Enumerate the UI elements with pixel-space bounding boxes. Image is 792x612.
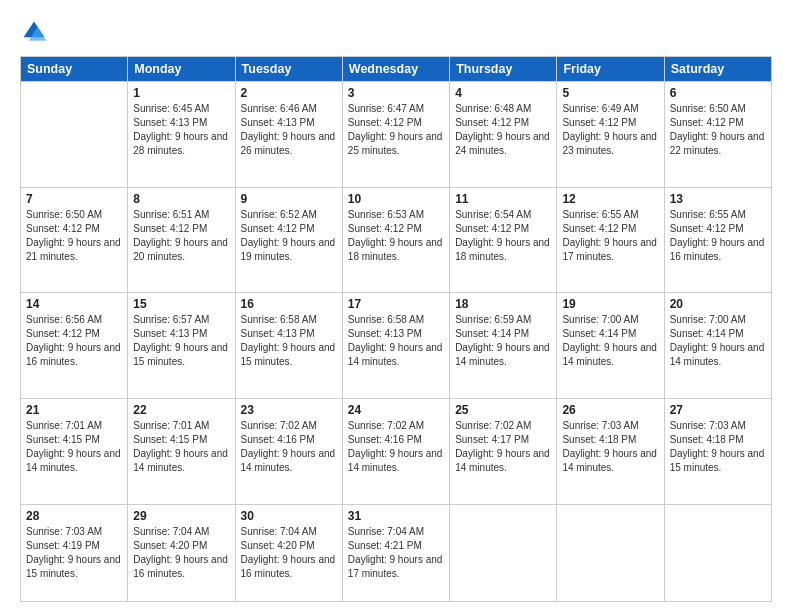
sunset-text: Sunset: 4:18 PM xyxy=(562,434,636,445)
daylight-text: Daylight: 9 hours and 23 minutes. xyxy=(562,131,657,156)
sunset-text: Sunset: 4:12 PM xyxy=(562,223,636,234)
day-info: Sunrise: 6:49 AMSunset: 4:12 PMDaylight:… xyxy=(562,102,658,158)
day-info: Sunrise: 7:00 AMSunset: 4:14 PMDaylight:… xyxy=(562,313,658,369)
sunset-text: Sunset: 4:16 PM xyxy=(348,434,422,445)
sunrise-text: Sunrise: 6:50 AM xyxy=(26,209,102,220)
daylight-text: Daylight: 9 hours and 14 minutes. xyxy=(670,342,765,367)
sunset-text: Sunset: 4:12 PM xyxy=(670,223,744,234)
calendar-cell: 31Sunrise: 7:04 AMSunset: 4:21 PMDayligh… xyxy=(342,504,449,601)
day-number: 12 xyxy=(562,192,658,206)
day-number: 29 xyxy=(133,509,229,523)
day-number: 7 xyxy=(26,192,122,206)
sunrise-text: Sunrise: 6:57 AM xyxy=(133,314,209,325)
day-number: 8 xyxy=(133,192,229,206)
daylight-text: Daylight: 9 hours and 14 minutes. xyxy=(241,448,336,473)
day-number: 31 xyxy=(348,509,444,523)
day-info: Sunrise: 6:52 AMSunset: 4:12 PMDaylight:… xyxy=(241,208,337,264)
calendar-cell: 8Sunrise: 6:51 AMSunset: 4:12 PMDaylight… xyxy=(128,187,235,293)
day-info: Sunrise: 6:46 AMSunset: 4:13 PMDaylight:… xyxy=(241,102,337,158)
day-number: 10 xyxy=(348,192,444,206)
day-number: 15 xyxy=(133,297,229,311)
sunset-text: Sunset: 4:12 PM xyxy=(348,223,422,234)
day-info: Sunrise: 7:04 AMSunset: 4:20 PMDaylight:… xyxy=(133,525,229,581)
day-info: Sunrise: 7:03 AMSunset: 4:18 PMDaylight:… xyxy=(670,419,766,475)
calendar-cell xyxy=(450,504,557,601)
sunset-text: Sunset: 4:18 PM xyxy=(670,434,744,445)
calendar-cell xyxy=(21,82,128,188)
daylight-text: Daylight: 9 hours and 22 minutes. xyxy=(670,131,765,156)
day-info: Sunrise: 6:56 AMSunset: 4:12 PMDaylight:… xyxy=(26,313,122,369)
calendar-cell: 18Sunrise: 6:59 AMSunset: 4:14 PMDayligh… xyxy=(450,293,557,399)
daylight-text: Daylight: 9 hours and 17 minutes. xyxy=(348,554,443,579)
sunset-text: Sunset: 4:14 PM xyxy=(562,328,636,339)
daylight-text: Daylight: 9 hours and 16 minutes. xyxy=(26,342,121,367)
sunset-text: Sunset: 4:20 PM xyxy=(241,540,315,551)
calendar-header: SundayMondayTuesdayWednesdayThursdayFrid… xyxy=(21,57,772,82)
weekday-header-thursday: Thursday xyxy=(450,57,557,82)
day-info: Sunrise: 7:01 AMSunset: 4:15 PMDaylight:… xyxy=(133,419,229,475)
day-number: 25 xyxy=(455,403,551,417)
day-info: Sunrise: 6:50 AMSunset: 4:12 PMDaylight:… xyxy=(670,102,766,158)
daylight-text: Daylight: 9 hours and 18 minutes. xyxy=(455,237,550,262)
sunset-text: Sunset: 4:12 PM xyxy=(670,117,744,128)
calendar-cell: 21Sunrise: 7:01 AMSunset: 4:15 PMDayligh… xyxy=(21,399,128,505)
logo-icon xyxy=(20,18,48,46)
calendar-cell: 5Sunrise: 6:49 AMSunset: 4:12 PMDaylight… xyxy=(557,82,664,188)
calendar-cell: 27Sunrise: 7:03 AMSunset: 4:18 PMDayligh… xyxy=(664,399,771,505)
calendar-cell: 30Sunrise: 7:04 AMSunset: 4:20 PMDayligh… xyxy=(235,504,342,601)
day-info: Sunrise: 7:04 AMSunset: 4:21 PMDaylight:… xyxy=(348,525,444,581)
daylight-text: Daylight: 9 hours and 19 minutes. xyxy=(241,237,336,262)
sunrise-text: Sunrise: 6:55 AM xyxy=(562,209,638,220)
sunrise-text: Sunrise: 6:46 AM xyxy=(241,103,317,114)
sunrise-text: Sunrise: 6:58 AM xyxy=(241,314,317,325)
day-number: 19 xyxy=(562,297,658,311)
daylight-text: Daylight: 9 hours and 24 minutes. xyxy=(455,131,550,156)
calendar-cell: 19Sunrise: 7:00 AMSunset: 4:14 PMDayligh… xyxy=(557,293,664,399)
calendar-cell: 25Sunrise: 7:02 AMSunset: 4:17 PMDayligh… xyxy=(450,399,557,505)
sunset-text: Sunset: 4:13 PM xyxy=(241,328,315,339)
day-info: Sunrise: 7:03 AMSunset: 4:19 PMDaylight:… xyxy=(26,525,122,581)
day-info: Sunrise: 6:55 AMSunset: 4:12 PMDaylight:… xyxy=(670,208,766,264)
day-info: Sunrise: 7:02 AMSunset: 4:16 PMDaylight:… xyxy=(348,419,444,475)
calendar-cell: 11Sunrise: 6:54 AMSunset: 4:12 PMDayligh… xyxy=(450,187,557,293)
day-number: 22 xyxy=(133,403,229,417)
weekday-header-row: SundayMondayTuesdayWednesdayThursdayFrid… xyxy=(21,57,772,82)
sunrise-text: Sunrise: 6:45 AM xyxy=(133,103,209,114)
day-info: Sunrise: 6:51 AMSunset: 4:12 PMDaylight:… xyxy=(133,208,229,264)
calendar-cell: 1Sunrise: 6:45 AMSunset: 4:13 PMDaylight… xyxy=(128,82,235,188)
day-info: Sunrise: 6:48 AMSunset: 4:12 PMDaylight:… xyxy=(455,102,551,158)
sunset-text: Sunset: 4:13 PM xyxy=(348,328,422,339)
calendar-cell: 15Sunrise: 6:57 AMSunset: 4:13 PMDayligh… xyxy=(128,293,235,399)
calendar-week-2: 14Sunrise: 6:56 AMSunset: 4:12 PMDayligh… xyxy=(21,293,772,399)
day-info: Sunrise: 6:58 AMSunset: 4:13 PMDaylight:… xyxy=(348,313,444,369)
calendar-cell: 4Sunrise: 6:48 AMSunset: 4:12 PMDaylight… xyxy=(450,82,557,188)
sunrise-text: Sunrise: 7:04 AM xyxy=(241,526,317,537)
day-info: Sunrise: 7:01 AMSunset: 4:15 PMDaylight:… xyxy=(26,419,122,475)
day-number: 2 xyxy=(241,86,337,100)
daylight-text: Daylight: 9 hours and 25 minutes. xyxy=(348,131,443,156)
sunset-text: Sunset: 4:15 PM xyxy=(133,434,207,445)
sunset-text: Sunset: 4:16 PM xyxy=(241,434,315,445)
daylight-text: Daylight: 9 hours and 15 minutes. xyxy=(133,342,228,367)
sunrise-text: Sunrise: 7:03 AM xyxy=(670,420,746,431)
sunset-text: Sunset: 4:12 PM xyxy=(26,223,100,234)
daylight-text: Daylight: 9 hours and 14 minutes. xyxy=(455,342,550,367)
day-info: Sunrise: 7:02 AMSunset: 4:17 PMDaylight:… xyxy=(455,419,551,475)
calendar-cell: 10Sunrise: 6:53 AMSunset: 4:12 PMDayligh… xyxy=(342,187,449,293)
daylight-text: Daylight: 9 hours and 14 minutes. xyxy=(26,448,121,473)
daylight-text: Daylight: 9 hours and 14 minutes. xyxy=(562,448,657,473)
calendar-cell: 12Sunrise: 6:55 AMSunset: 4:12 PMDayligh… xyxy=(557,187,664,293)
calendar-cell: 17Sunrise: 6:58 AMSunset: 4:13 PMDayligh… xyxy=(342,293,449,399)
daylight-text: Daylight: 9 hours and 16 minutes. xyxy=(133,554,228,579)
daylight-text: Daylight: 9 hours and 17 minutes. xyxy=(562,237,657,262)
logo xyxy=(20,18,52,46)
day-info: Sunrise: 6:45 AMSunset: 4:13 PMDaylight:… xyxy=(133,102,229,158)
calendar-body: 1Sunrise: 6:45 AMSunset: 4:13 PMDaylight… xyxy=(21,82,772,602)
daylight-text: Daylight: 9 hours and 20 minutes. xyxy=(133,237,228,262)
sunrise-text: Sunrise: 7:01 AM xyxy=(133,420,209,431)
calendar-cell xyxy=(557,504,664,601)
sunrise-text: Sunrise: 7:00 AM xyxy=(670,314,746,325)
day-number: 3 xyxy=(348,86,444,100)
calendar-cell: 14Sunrise: 6:56 AMSunset: 4:12 PMDayligh… xyxy=(21,293,128,399)
sunrise-text: Sunrise: 6:52 AM xyxy=(241,209,317,220)
